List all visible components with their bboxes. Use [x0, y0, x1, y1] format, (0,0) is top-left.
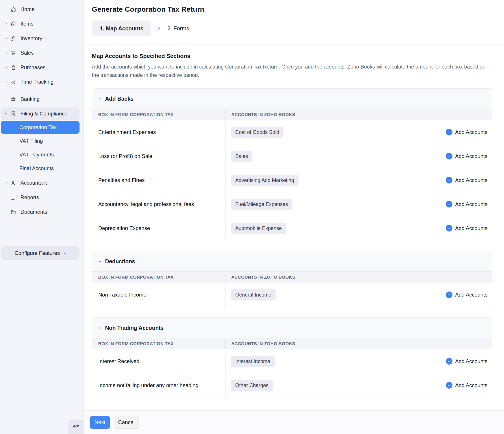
table-row: Loss (or Profit) on Sale Sales Add Accou… — [92, 144, 492, 168]
card-header-deductions[interactable]: Deductions — [92, 251, 492, 271]
sidebar-item-filing-compliance[interactable]: Filing & Compliance — [1, 107, 80, 120]
sidebar-item-time-tracking[interactable]: Time Tracking — [1, 76, 80, 88]
card-title: Deductions — [105, 258, 135, 265]
table-row: Interest Received Interest Income Add Ac… — [92, 349, 492, 373]
add-accounts-button[interactable]: Add Accounts — [446, 201, 487, 208]
accountant-icon — [10, 180, 16, 186]
sidebar-item-accountant[interactable]: Accountant — [1, 176, 80, 189]
sidebar-item-label: Items — [20, 21, 34, 27]
card-title: Non Trading Accounts — [105, 325, 164, 331]
sidebar-item-inventory[interactable]: Inventory — [1, 32, 80, 45]
add-accounts-button[interactable]: Add Accounts — [446, 291, 487, 298]
sidebar-item-label: Reports — [20, 194, 39, 200]
sidebar-item-purchases[interactable]: Purchases — [1, 61, 80, 74]
account-chip[interactable]: General Income — [231, 289, 276, 300]
sidebar-item-label: Inventory — [20, 35, 42, 41]
page-header: Generate Corporation Tax Return 1. Map A… — [84, 0, 504, 45]
sidebar-item-label: VAT Filing — [19, 138, 43, 144]
page-title: Generate Corporation Tax Return — [92, 5, 492, 14]
box-label: Accountancy, legal and professional fees — [92, 192, 225, 216]
sidebar-item-vat-payments[interactable]: VAT Payments — [1, 148, 80, 161]
sidebar-item-final-accounts[interactable]: Final Accounts — [1, 162, 80, 175]
table-row: Depreciation Expense Automobile Expense … — [92, 216, 492, 240]
add-accounts-button[interactable]: Add Accounts — [446, 358, 487, 365]
sidebar-item-reports[interactable]: Reports — [1, 191, 80, 204]
add-accounts-label: Add Accounts — [455, 225, 487, 231]
account-chip[interactable]: Cost of Goods Sold — [231, 127, 284, 138]
account-chip[interactable]: Sales — [231, 151, 252, 162]
configure-features-button[interactable]: Configure Features — [1, 246, 80, 260]
reports-icon — [10, 195, 16, 200]
add-accounts-label: Add Accounts — [455, 201, 487, 207]
sidebar-item-items[interactable]: Items — [1, 18, 80, 30]
sidebar-item-documents[interactable]: Documents — [1, 206, 80, 218]
sidebar-item-label: Time Tracking — [20, 79, 54, 85]
add-accounts-label: Add Accounts — [455, 292, 487, 298]
cancel-button[interactable]: Cancel — [114, 416, 139, 429]
sidebar-item-label: Home — [20, 6, 35, 12]
chevron-right-icon — [157, 27, 161, 30]
sidebar-item-label: Purchases — [20, 64, 45, 71]
card-header-non-trading[interactable]: Non Trading Accounts — [92, 318, 492, 338]
app: Home Items Inventory — [0, 0, 504, 434]
add-accounts-button[interactable]: Add Accounts — [446, 177, 487, 183]
account-chip[interactable]: Interest Income — [231, 356, 275, 367]
card-non-trading-accounts: Non Trading Accounts BOX IN FORM CORPORA… — [92, 317, 492, 398]
add-accounts-button[interactable]: Add Accounts — [446, 225, 487, 232]
column-header-accounts: ACCOUNTS IN ZOHO BOOKS — [225, 109, 492, 120]
sidebar-item-sales[interactable]: Sales — [1, 46, 80, 59]
table-header: BOX IN FORM CORPORATION TAX ACCOUNTS IN … — [92, 338, 492, 349]
table-row: Entertainment Expenses Cost of Goods Sol… — [92, 120, 492, 144]
account-chip[interactable]: Advertising And Marketing — [231, 175, 298, 186]
account-chip[interactable]: Fuel/Mileage Expenses — [231, 199, 292, 210]
sidebar: Home Items Inventory — [0, 0, 84, 434]
step-nav: 1. Map Accounts 2. Forms — [92, 20, 492, 36]
items-bag-icon — [10, 21, 16, 27]
documents-folder-icon — [10, 209, 16, 215]
add-accounts-label: Add Accounts — [455, 382, 487, 389]
add-accounts-button[interactable]: Add Accounts — [446, 153, 487, 160]
box-label: Income not falling under any other headi… — [92, 373, 225, 397]
account-chip[interactable]: Other Charges — [231, 380, 273, 391]
table-header: BOX IN FORM CORPORATION TAX ACCOUNTS IN … — [92, 109, 492, 120]
add-accounts-button[interactable]: Add Accounts — [446, 129, 487, 136]
card-title: Add Backs — [105, 96, 134, 102]
table-row: Accountancy, legal and professional fees… — [92, 192, 492, 216]
column-header-accounts: ACCOUNTS IN ZOHO BOOKS — [225, 338, 492, 349]
table-row: Income not falling under any other headi… — [92, 373, 492, 397]
chevron-down-icon — [98, 97, 102, 101]
chevron-down-icon — [98, 260, 102, 263]
plus-circle-icon — [446, 382, 452, 389]
chevron-right-icon — [4, 81, 8, 83]
sales-cart-icon — [10, 50, 16, 56]
chevron-right-icon — [4, 181, 8, 184]
account-chip[interactable]: Automobile Expense — [231, 223, 286, 234]
sidebar-item-banking[interactable]: Banking — [1, 93, 80, 106]
box-label: Interest Received — [92, 349, 225, 373]
column-header-accounts: ACCOUNTS IN ZOHO BOOKS — [225, 272, 492, 283]
table-row: Non Taxable Income General Income Add Ac… — [92, 283, 492, 307]
home-icon — [10, 6, 16, 12]
card-deductions: Deductions BOX IN FORM CORPORATION TAX A… — [92, 251, 492, 307]
sidebar-item-corporation-tax[interactable]: Corporation Tax — [1, 121, 80, 134]
sidebar-item-label: Banking — [20, 96, 40, 102]
add-accounts-button[interactable]: Add Accounts — [446, 382, 487, 389]
chevron-right-icon — [4, 51, 8, 54]
plus-circle-icon — [446, 129, 452, 136]
sidebar-item-home[interactable]: Home — [1, 3, 80, 16]
next-button[interactable]: Next — [90, 416, 110, 429]
chevron-down-icon — [98, 326, 102, 330]
plus-circle-icon — [446, 177, 452, 183]
time-tracking-icon — [10, 79, 16, 85]
chevron-right-icon — [4, 22, 8, 25]
plus-circle-icon — [446, 201, 452, 208]
sidebar-item-vat-filing[interactable]: VAT Filing — [1, 135, 80, 147]
collapse-sidebar-button[interactable] — [68, 419, 83, 434]
box-label: Penalties and Fines — [92, 168, 225, 192]
step-forms[interactable]: 2. Forms — [167, 25, 190, 32]
card-header-add-backs[interactable]: Add Backs — [92, 89, 492, 109]
section-description: Add the accounts which you want to inclu… — [92, 63, 492, 79]
step-map-accounts[interactable]: 1. Map Accounts — [92, 20, 151, 36]
section-heading: Map Accounts to Specified Sections — [92, 53, 492, 60]
box-label: Non Taxable Income — [92, 283, 225, 307]
